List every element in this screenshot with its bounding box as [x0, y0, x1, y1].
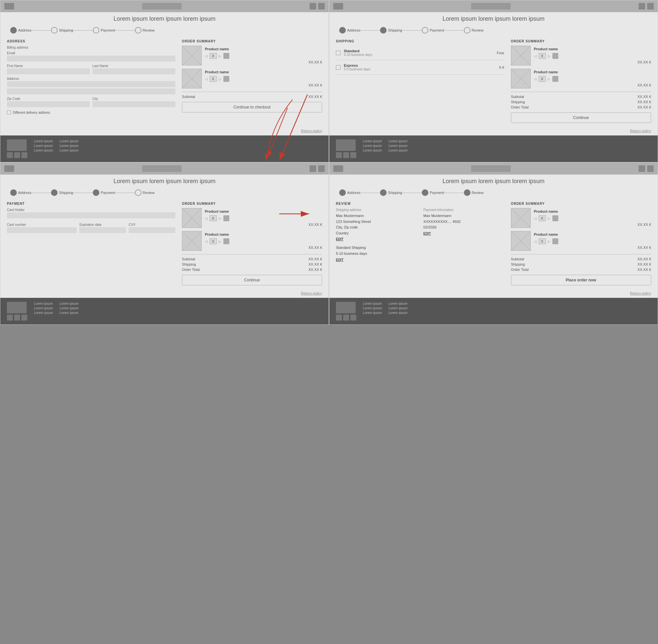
footer-link-5-bl[interactable]: Lorem ipsum	[60, 306, 79, 310]
address-input-2[interactable]	[7, 88, 175, 94]
footer-link-4-bl[interactable]: Lorem ipsum	[60, 302, 79, 305]
footer-link-4-br[interactable]: Lorem ipsum	[389, 302, 408, 305]
footer-link-3-tl[interactable]: Lorem ipsum	[34, 148, 53, 152]
footer-icon-1-bl[interactable]	[7, 315, 13, 321]
user-icon[interactable]	[318, 3, 325, 9]
footer-icon-2-tr[interactable]	[343, 152, 349, 158]
footer-icon-2-tl[interactable]	[14, 152, 20, 158]
footer-icon-1-tl[interactable]	[7, 152, 13, 158]
edit-payment-button[interactable]: EDIT	[423, 232, 504, 235]
footer-link-1-br[interactable]: Lorem ipsum	[363, 302, 382, 305]
shipping-checkbox-express[interactable]	[336, 65, 341, 70]
footer-icon-3-br[interactable]	[350, 315, 356, 321]
footer-link-4-tr[interactable]: Lorem ipsum	[389, 139, 408, 143]
product-item-1-tl: Product name ◁ X ▷ XX.XX €	[182, 46, 322, 65]
footer-icon-3-tl[interactable]	[21, 152, 27, 158]
card-number-input[interactable]	[7, 227, 76, 233]
email-input[interactable]	[7, 55, 175, 62]
first-name-input[interactable]	[7, 68, 90, 74]
qty-increase-2-bl[interactable]: ▷	[219, 240, 221, 243]
qty-decrease-2-tr[interactable]: ◁	[534, 77, 536, 81]
trash-icon-2-tr[interactable]	[552, 76, 558, 82]
footer-icon-1-br[interactable]	[336, 315, 342, 321]
cart-icon-br[interactable]	[639, 165, 645, 172]
footer-icon-2-bl[interactable]	[14, 315, 20, 321]
footer-icon-2-br[interactable]	[343, 315, 349, 321]
footer-icon-3-tr[interactable]	[350, 152, 356, 158]
continue-button-tr[interactable]: Continue	[511, 112, 651, 123]
user-icon-tr[interactable]	[647, 3, 654, 9]
shipping-address-subtitle: Shipping address	[336, 208, 417, 212]
footer-icon-1-tr[interactable]	[336, 152, 342, 158]
footer-link-2-bl[interactable]: Lorem ipsum	[34, 306, 53, 310]
footer-link-2-br[interactable]: Lorem ipsum	[363, 306, 382, 310]
return-policy-bl[interactable]: Return policy	[0, 289, 329, 298]
trash-icon-2-bl[interactable]	[223, 238, 229, 244]
city-label: City	[92, 97, 175, 100]
place-order-button[interactable]: Place order now	[511, 275, 651, 285]
return-policy-tr[interactable]: Return policy	[329, 126, 658, 135]
continue-button-bl[interactable]: Continue	[182, 275, 322, 285]
footer-icon-3-bl[interactable]	[21, 315, 27, 321]
qty-decrease-1-tl[interactable]: ◁	[205, 54, 207, 58]
qty-decrease-2-tl[interactable]: ◁	[205, 77, 207, 81]
trash-icon-2-tl[interactable]	[223, 76, 229, 82]
review-info-block: Shipping address Max Mustermann 123 Some…	[336, 208, 504, 241]
qty-decrease-1-tr[interactable]: ◁	[534, 54, 536, 58]
footer-link-6-br[interactable]: Lorem ipsum	[389, 311, 408, 315]
trash-icon-1-tl[interactable]	[223, 53, 229, 59]
footer-link-3-br[interactable]: Lorem ipsum	[363, 311, 382, 315]
user-icon-bl[interactable]	[318, 165, 325, 172]
cart-icon-bl[interactable]	[310, 165, 316, 172]
footer-link-6-tl[interactable]: Lorem ipsum	[60, 148, 79, 152]
edit-address-button[interactable]: EDIT	[336, 237, 417, 241]
qty-decrease-2-bl[interactable]: ◁	[205, 240, 207, 243]
qty-increase-2-tr[interactable]: ▷	[548, 77, 550, 81]
footer-link-4-tl[interactable]: Lorem ipsum	[60, 139, 79, 143]
footer-link-1-tr[interactable]: Lorem ipsum	[363, 139, 382, 143]
footer-link-2-tl[interactable]: Lorem ipsum	[34, 144, 53, 147]
expiration-input[interactable]	[79, 227, 126, 233]
trash-icon-1-br[interactable]	[552, 215, 558, 221]
city-input[interactable]	[92, 101, 175, 107]
qty-decrease-1-bl[interactable]: ◁	[205, 216, 207, 220]
return-policy-br[interactable]: Return policy	[329, 289, 658, 298]
panel-review: Lorem ipsum lorem ipsum lorem ipsum Addr…	[329, 162, 658, 325]
card-holder-input[interactable]	[7, 212, 175, 218]
edit-shipping-button[interactable]: EDIT	[336, 258, 504, 262]
qty-increase-2-br[interactable]: ▷	[548, 240, 550, 243]
trash-icon-1-bl[interactable]	[223, 215, 229, 221]
qty-decrease-2-br[interactable]: ◁	[534, 240, 536, 243]
different-delivery-checkbox[interactable]	[7, 111, 11, 114]
trash-icon-1-tr[interactable]	[552, 53, 558, 59]
qty-increase-1-tl[interactable]: ▷	[219, 54, 221, 58]
user-icon-br[interactable]	[647, 165, 654, 172]
trash-icon-2-br[interactable]	[552, 238, 558, 244]
footer-link-5-tl[interactable]: Lorem ipsum	[60, 144, 79, 147]
qty-increase-1-tr[interactable]: ▷	[548, 54, 550, 58]
panel-content-review: REVIEW Shipping address Max Mustermann 1…	[329, 199, 658, 289]
address-input[interactable]	[7, 81, 175, 87]
checkout-button-tl[interactable]: Continue to checkout	[182, 102, 322, 112]
shipping-checkbox-standard[interactable]	[336, 51, 341, 55]
qty-increase-1-bl[interactable]: ▷	[219, 216, 221, 220]
footer-link-6-bl[interactable]: Lorem ipsum	[60, 311, 79, 315]
qty-decrease-1-br[interactable]: ◁	[534, 216, 536, 220]
return-policy-tl[interactable]: Return policy	[0, 126, 329, 135]
qty-control-2-tr: ◁ X ▷	[534, 76, 651, 82]
last-name-input[interactable]	[92, 68, 175, 74]
zip-input[interactable]	[7, 101, 90, 107]
footer-link-1-tl[interactable]: Lorem ipsum	[34, 139, 53, 143]
qty-increase-1-br[interactable]: ▷	[548, 216, 550, 220]
footer-link-5-tr[interactable]: Lorem ipsum	[389, 144, 408, 147]
cart-icon-tr[interactable]	[639, 3, 645, 9]
footer-link-5-br[interactable]: Lorem ipsum	[389, 306, 408, 310]
footer-link-1-bl[interactable]: Lorem ipsum	[34, 302, 53, 305]
qty-increase-2-tl[interactable]: ▷	[219, 77, 221, 81]
footer-link-3-tr[interactable]: Lorem ipsum	[363, 148, 382, 152]
footer-link-6-tr[interactable]: Lorem ipsum	[389, 148, 408, 152]
footer-link-3-bl[interactable]: Lorem ipsum	[34, 311, 53, 315]
footer-link-2-tr[interactable]: Lorem ipsum	[363, 144, 382, 147]
cvv-input[interactable]	[129, 227, 175, 233]
cart-icon[interactable]	[310, 3, 316, 9]
